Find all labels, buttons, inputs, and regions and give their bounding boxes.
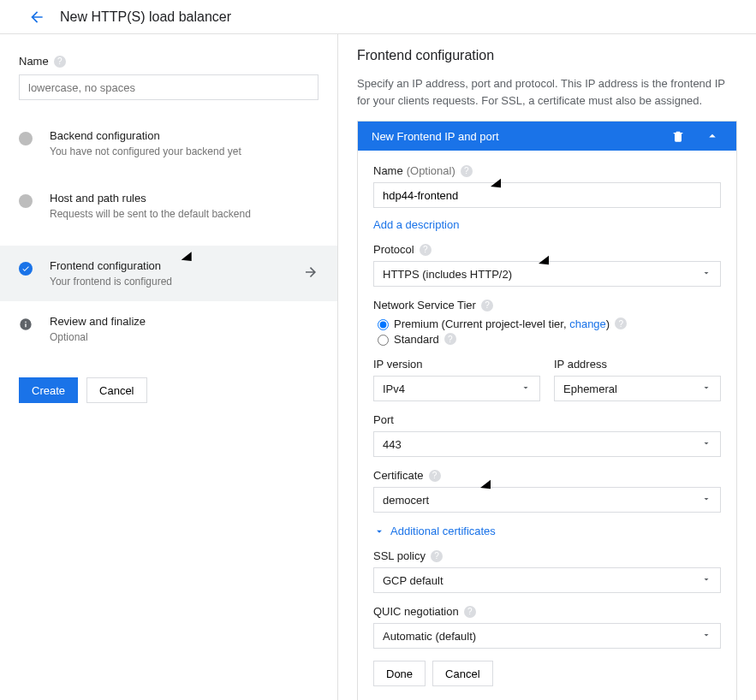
help-icon[interactable]: ? [444,333,456,345]
quic-label: QUIC negotiation [373,605,459,618]
step-subtitle: Your frontend is configured [50,276,172,288]
frontend-panel: New Frontend IP and port Name (Optional)… [357,121,737,700]
cert-value: democert [383,494,429,507]
step-hostpath[interactable]: Host and path rules Requests will be sen… [0,183,337,228]
chevron-down-icon [701,630,711,643]
nst-standard-radio[interactable] [378,335,389,346]
ipaddr-label: IP address [554,358,607,371]
section-title: Frontend configuration [357,48,737,63]
delete-icon[interactable] [668,126,688,146]
help-icon[interactable]: ? [420,244,432,256]
frontend-name-input[interactable] [373,182,721,208]
step-frontend[interactable]: Frontend configuration Your frontend is … [0,246,337,301]
ipver-value: IPv4 [383,383,405,395]
help-icon[interactable]: ? [54,56,66,68]
add-description-link[interactable]: Add a description [373,218,459,231]
chevron-down-icon [701,383,711,395]
ipaddr-value: Ephemeral [563,383,617,395]
section-description: Specify an IP address, port and protocol… [357,75,737,109]
check-icon [19,262,33,276]
protocol-label: Protocol [373,243,414,256]
lb-name-input[interactable] [19,74,318,100]
topbar: New HTTP(S) load balancer [0,0,756,34]
panel-header: New Frontend IP and port [358,122,736,151]
step-title: Frontend configuration [50,259,172,272]
wizard-steps: Backend configuration You have not confi… [0,121,337,352]
page-title: New HTTP(S) load balancer [60,9,231,25]
info-icon [19,317,33,331]
lb-name-label: Name [19,55,49,68]
name-label: Name [373,164,403,177]
cancel-button[interactable]: Cancel [86,377,146,403]
help-icon[interactable]: ? [461,165,473,177]
nst-label: Network Service Tier [373,299,476,311]
ip-address-select[interactable]: Ephemeral [554,376,721,401]
panel-title: New Frontend IP and port [372,130,654,143]
step-subtitle: Requests will be sent to the default bac… [50,208,251,220]
back-arrow[interactable] [27,8,46,27]
ssl-policy-select[interactable]: GCP default [373,567,721,593]
svg-marker-0 [182,252,192,261]
create-button[interactable]: Create [19,377,78,403]
certificate-select[interactable]: democert [373,487,721,513]
nst-premium-text: Premium (Current project-level tier, cha… [394,317,610,330]
port-value: 443 [383,438,402,451]
chevron-down-icon [701,268,711,281]
sslpolicy-label: SSL policy [373,549,426,562]
chevron-right-icon [303,264,318,282]
protocol-value: HTTPS (includes HTTP/2) [383,268,512,281]
additional-certs-toggle[interactable]: Additional certificates [373,525,721,537]
step-title: Host and path rules [50,192,251,205]
sslpolicy-value: GCP default [383,574,443,587]
nst-standard-text: Standard [394,333,439,346]
panel-cancel-button[interactable]: Cancel [432,661,492,686]
status-dot-icon [19,194,33,208]
chevron-down-icon [701,438,711,451]
step-title: Review and finalize [50,315,146,328]
nst-change-link[interactable]: change [569,317,606,330]
step-title: Backend configuration [50,129,241,142]
done-button[interactable]: Done [373,661,426,686]
help-icon[interactable]: ? [431,550,443,562]
help-icon[interactable]: ? [481,300,493,311]
name-optional: (Optional) [407,164,455,177]
right-pane: Frontend configuration Specify an IP add… [338,34,756,700]
quic-select[interactable]: Automatic (default) [373,623,721,649]
help-icon[interactable]: ? [429,470,441,482]
left-pane: Name ? Backend configuration You have no… [0,34,338,700]
chevron-down-icon [701,574,711,587]
ip-version-select[interactable]: IPv4 [373,376,540,401]
port-select[interactable]: 443 [373,431,721,457]
status-dot-icon [19,132,33,145]
quic-value: Automatic (default) [383,630,476,643]
help-icon[interactable]: ? [464,606,476,618]
collapse-icon[interactable] [702,126,723,146]
chevron-down-icon [521,383,531,395]
step-backend[interactable]: Backend configuration You have not confi… [0,121,337,166]
port-label: Port [373,413,394,426]
cert-label: Certificate [373,469,424,482]
protocol-select[interactable]: HTTPS (includes HTTP/2) [373,261,721,287]
step-subtitle: You have not configured your backend yet [50,145,241,157]
help-icon[interactable]: ? [615,317,627,329]
chevron-down-icon [701,494,711,507]
step-review[interactable]: Review and finalize Optional [0,306,337,352]
nst-premium-radio[interactable] [378,319,389,330]
step-subtitle: Optional [50,331,146,343]
ipver-label: IP version [373,358,423,371]
